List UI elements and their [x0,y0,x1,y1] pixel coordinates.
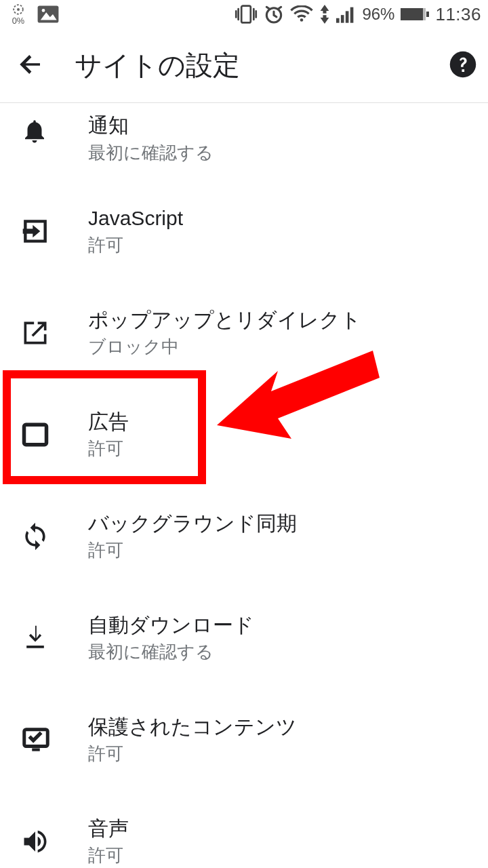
page-title: サイトの設定 [75,47,449,84]
svg-point-1 [17,8,20,11]
setting-item-popups[interactable]: ポップアップとリダイレクト ブロック中 [0,282,488,384]
item-title: 自動ダウンロード [88,612,254,638]
svg-point-5 [42,9,45,12]
item-sub: 許可 [88,437,129,460]
item-sub: 許可 [88,233,183,257]
setting-item-javascript[interactable]: JavaScript 許可 [0,180,488,282]
setting-item-auto-download[interactable]: 自動ダウンロード 最初に確認する [0,587,488,689]
picture-icon [37,5,60,24]
svg-rect-21 [32,748,40,751]
setting-item-sound[interactable]: 音声 許可 [0,791,488,868]
bell-icon [20,113,88,145]
svg-rect-16 [423,8,426,20]
wifi-icon [290,5,313,23]
setting-item-notifications[interactable]: 通知 最初に確認する [0,106,488,180]
setting-item-ads[interactable]: 広告 許可 [0,384,488,486]
item-sub: 許可 [88,538,297,562]
svg-rect-17 [426,12,429,17]
app-bar: サイトの設定 [0,28,488,103]
setting-item-protected-content[interactable]: 保護されたコンテンツ 許可 [0,689,488,791]
back-button[interactable] [16,50,45,81]
open-in-new-icon [20,318,88,348]
status-left: 0% [7,3,60,26]
item-title: ポップアップとリダイレクト [88,307,361,333]
svg-marker-10 [321,15,329,24]
battery-percent: 96% [362,5,394,24]
help-button[interactable] [449,50,477,81]
vibrate-icon [235,4,258,24]
item-title: JavaScript [88,205,183,231]
svg-rect-15 [401,8,426,20]
svg-rect-14 [350,7,354,23]
signal-icon [336,5,357,23]
item-sub: 最初に確認する [88,141,214,165]
import-icon [20,216,88,246]
item-sub: ブロック中 [88,335,361,359]
item-sub: 許可 [88,742,297,766]
svg-marker-9 [321,5,329,14]
svg-rect-13 [346,11,349,22]
sync-icon [20,521,88,551]
data-saver-icon: 0% [7,3,30,26]
svg-rect-6 [242,6,251,23]
battery-icon [400,6,430,22]
item-title: バックグラウンド同期 [88,511,297,536]
svg-text:0%: 0% [12,16,24,26]
settings-list: 通知 最初に確認する JavaScript 許可 ポップアップとリダイレクト ブ… [0,103,488,868]
item-title: 音声 [88,816,129,842]
setting-item-background-sync[interactable]: バックグラウンド同期 許可 [0,486,488,587]
protected-content-icon [20,724,88,755]
item-title: 通知 [88,113,214,138]
item-sub: 最初に確認する [88,640,254,664]
download-icon [20,623,88,653]
svg-rect-12 [341,15,344,23]
item-sub: 許可 [88,844,129,867]
status-bar: 0% [0,0,488,28]
svg-rect-11 [336,18,340,23]
svg-rect-19 [24,425,47,444]
item-title: 広告 [88,409,129,435]
status-right: 96% 11:36 [235,3,481,25]
clock: 11:36 [435,4,481,25]
data-arrows-icon [319,5,331,24]
volume-icon [20,827,88,856]
alarm-icon [263,3,285,25]
item-title: 保護されたコンテンツ [88,714,297,740]
ads-icon [20,420,88,450]
svg-point-8 [300,18,304,22]
svg-rect-3 [38,5,59,22]
